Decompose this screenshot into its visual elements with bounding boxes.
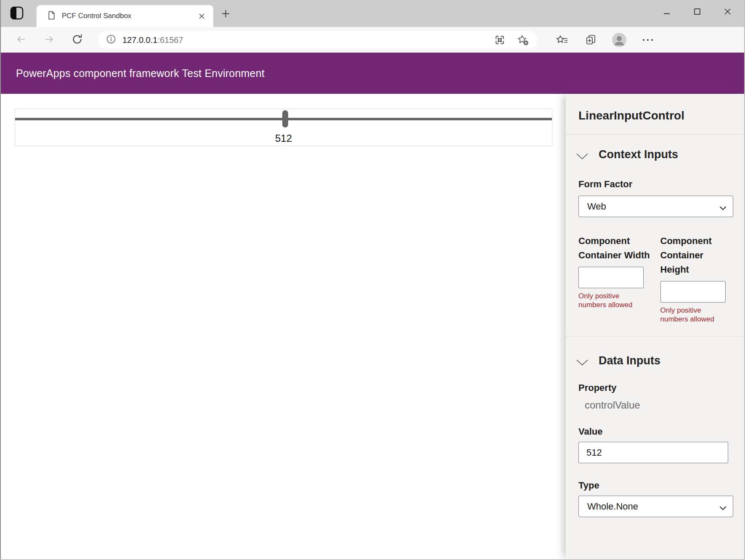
- url-host: 127.0.0.1: [122, 35, 157, 45]
- harness-sidebar: LinearInputControl Context Inputs Form F…: [566, 94, 744, 559]
- refresh-icon: [72, 34, 83, 47]
- maximize-icon: [694, 8, 700, 16]
- type-label: Type: [578, 480, 733, 491]
- context-inputs-title: Context Inputs: [599, 148, 678, 161]
- form-factor-select[interactable]: Web: [578, 196, 733, 217]
- test-environment-banner: PowerApps component framework Test Envir…: [1, 53, 744, 94]
- profile-avatar[interactable]: [609, 31, 630, 49]
- chevron-down-icon: [576, 153, 589, 160]
- height-validation-message: Only positive numbers allowed: [660, 306, 715, 324]
- data-inputs-header[interactable]: Data Inputs: [576, 354, 733, 367]
- width-validation-message: Only positive numbers allowed: [578, 292, 633, 309]
- tab-title: PCF Control Sandbox: [62, 12, 196, 20]
- property-value: controlValue: [585, 399, 733, 411]
- qr-code-button[interactable]: [495, 35, 505, 45]
- maximize-button[interactable]: [682, 0, 712, 24]
- container-size-fields: Component Container Width Only positive …: [578, 234, 733, 324]
- container-width-label: Component Container Width: [578, 234, 652, 263]
- tab-close-icon[interactable]: [196, 11, 207, 21]
- browser-toolbar: 127.0.0.1:61567: [1, 27, 744, 53]
- forward-button[interactable]: [43, 34, 56, 46]
- refresh-button[interactable]: [71, 34, 83, 46]
- browser-window: PCF Control Sandbox: [0, 0, 745, 560]
- close-window-button[interactable]: [712, 0, 742, 24]
- slider-thumb[interactable]: [282, 110, 288, 127]
- divider: [566, 336, 744, 337]
- container-width-field: Component Container Width Only positive …: [578, 234, 652, 324]
- tab-strip: PCF Control Sandbox: [1, 0, 744, 27]
- browser-tab[interactable]: PCF Control Sandbox: [37, 5, 213, 27]
- url-port: :61567: [157, 35, 183, 45]
- banner-title: PowerApps component framework Test Envir…: [16, 67, 265, 80]
- data-inputs-title: Data Inputs: [599, 354, 660, 367]
- minimize-icon: [664, 8, 670, 16]
- collections-button[interactable]: [580, 31, 601, 49]
- minimize-button[interactable]: [652, 0, 682, 24]
- forward-arrow-icon: [44, 34, 55, 47]
- slider-value-label: 512: [15, 133, 552, 144]
- toolbar-icons: [544, 27, 658, 53]
- address-bar[interactable]: 127.0.0.1:61567: [98, 31, 537, 49]
- property-label: Property: [578, 382, 733, 393]
- divider: [566, 134, 744, 135]
- window-controls: [652, 0, 742, 24]
- settings-menu-button[interactable]: [637, 31, 658, 49]
- back-arrow-icon: [15, 34, 27, 47]
- container-width-input[interactable]: [578, 267, 644, 288]
- tab-actions-button[interactable]: [9, 6, 24, 21]
- form-factor-select-wrap: Web: [578, 196, 733, 217]
- context-inputs-header[interactable]: Context Inputs: [576, 148, 733, 161]
- document-icon: [48, 11, 56, 22]
- value-label: Value: [578, 426, 733, 437]
- form-factor-label: Form Factor: [578, 179, 733, 190]
- chevron-down-icon: [576, 359, 589, 366]
- container-height-label: Component Container Height: [660, 234, 734, 277]
- value-input[interactable]: [578, 442, 728, 463]
- add-favorite-button[interactable]: [517, 35, 529, 45]
- back-button[interactable]: [14, 34, 27, 46]
- control-canvas: 512: [1, 94, 566, 559]
- container-height-input[interactable]: [660, 281, 726, 303]
- new-tab-button[interactable]: [220, 8, 231, 20]
- plus-icon: [222, 10, 230, 19]
- close-icon: [724, 8, 731, 16]
- site-info-icon[interactable]: [106, 34, 116, 46]
- sidebar-title: LinearInputControl: [578, 109, 733, 122]
- favorites-button[interactable]: [551, 31, 573, 49]
- linear-input-control: 512: [15, 109, 552, 146]
- tab-actions-icon: [10, 6, 24, 22]
- container-height-field: Component Container Height Only positive…: [660, 234, 734, 324]
- type-select[interactable]: Whole.None: [578, 496, 733, 517]
- type-select-wrap: Whole.None: [578, 496, 733, 517]
